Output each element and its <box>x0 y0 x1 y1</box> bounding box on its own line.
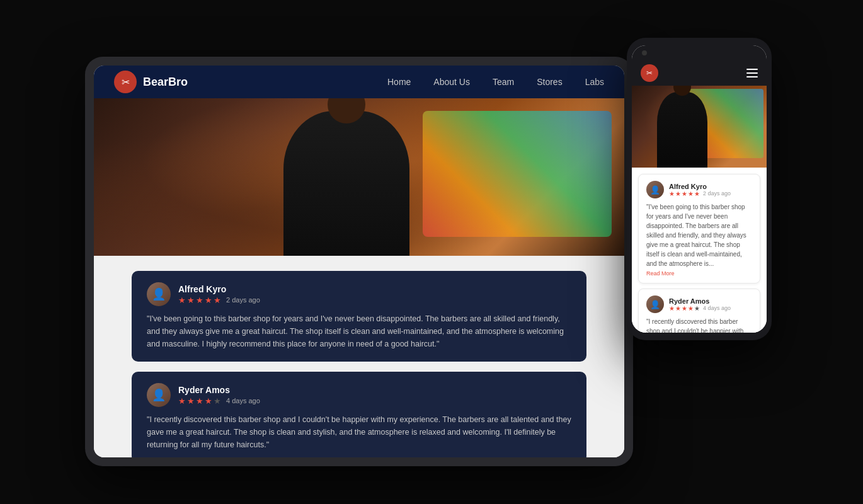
phone-reviewer-name-2: Ryder Amos <box>669 297 731 305</box>
brand-name: BearBro <box>143 76 188 89</box>
brand-logo-group: ✂ BearBro <box>114 71 188 93</box>
tablet-reviews-section: 👤 Alfred Kyro ★ ★ ★ ★ ★ <box>94 256 624 457</box>
nav-links: Home About Us Team Stores Labs <box>387 76 604 88</box>
review-time-1: 2 days ago <box>226 296 260 304</box>
hamburger-line-3 <box>746 76 758 77</box>
star-1-4: ★ <box>205 295 212 305</box>
nav-item-about[interactable]: About Us <box>433 76 470 88</box>
hamburger-line-2 <box>746 72 758 74</box>
phone-device: ✂ 👤 <box>627 38 772 340</box>
phone-star-1-5: ★ <box>694 190 700 197</box>
hamburger-menu[interactable] <box>746 69 758 77</box>
phone-review-text-1: "I've been going to this barber shop for… <box>646 202 752 268</box>
review-card-1: 👤 Alfred Kyro ★ ★ ★ ★ ★ <box>132 271 586 362</box>
brand-logo-icon: ✂ <box>114 71 137 93</box>
phone-star-1-3: ★ <box>682 190 687 197</box>
phone-screen: ✂ 👤 <box>632 45 767 333</box>
hamburger-line-1 <box>746 69 758 70</box>
scene: ✂ BearBro Home About Us Team Stores Labs <box>54 25 809 479</box>
star-2-1: ★ <box>178 396 186 406</box>
star-2-2: ★ <box>187 396 195 406</box>
barber-silhouette <box>233 105 485 256</box>
phone-dot <box>642 50 647 55</box>
nav-item-stores[interactable]: Stores <box>537 76 562 88</box>
star-1-2: ★ <box>187 295 195 305</box>
phone-status-bar <box>632 45 767 60</box>
phone-hero-image <box>632 86 767 168</box>
nav-item-team[interactable]: Team <box>493 76 514 88</box>
phone-scissors-icon: ✂ <box>646 69 653 77</box>
star-1-5: ★ <box>214 295 221 305</box>
read-more-1[interactable]: Read More <box>646 270 752 277</box>
tablet-hero-image <box>94 98 624 256</box>
phone-reviewer-header-2: 👤 Ryder Amos ★ ★ ★ ★ ★ <box>646 295 752 313</box>
tablet-device: ✂ BearBro Home About Us Team Stores Labs <box>85 57 633 466</box>
phone-reviewer-meta-1: ★ ★ ★ ★ ★ 2 days ago <box>669 190 731 197</box>
review-text-2: "I recently discovered this barber shop … <box>147 413 571 451</box>
phone-stars-2: ★ ★ ★ ★ ★ <box>669 305 700 312</box>
nav-item-home[interactable]: Home <box>387 76 411 88</box>
phone-reviewer-meta-2: ★ ★ ★ ★ ★ 4 days ago <box>669 305 731 312</box>
reviewer-info-1: Alfred Kyro ★ ★ ★ ★ ★ 2 days ago <box>178 284 571 305</box>
reviewer-header-1: 👤 Alfred Kyro ★ ★ ★ ★ ★ <box>147 282 571 306</box>
reviewer-meta-2: ★ ★ ★ ★ ★ 4 days ago <box>178 396 571 406</box>
reviewer-name-2: Ryder Amos <box>178 385 571 395</box>
phone-star-1-4: ★ <box>688 190 694 197</box>
tablet-navbar: ✂ BearBro Home About Us Team Stores Labs <box>94 66 624 98</box>
phone-barber-silhouette <box>657 92 707 168</box>
review-card-2: 👤 Ryder Amos ★ ★ ★ ★ ★ <box>132 372 586 457</box>
reviewer-avatar-1: 👤 <box>147 282 171 306</box>
review-text-1: "I've been going to this barber shop for… <box>147 312 571 350</box>
phone-star-2-5: ★ <box>694 305 700 312</box>
star-2-4: ★ <box>205 396 212 406</box>
phone-reviewer-info-1: Alfred Kyro ★ ★ ★ ★ ★ 2 days ago <box>669 183 731 197</box>
phone-review-card-2: 👤 Ryder Amos ★ ★ ★ ★ ★ <box>638 289 760 333</box>
star-1-1: ★ <box>178 295 186 305</box>
phone-review-text-2: "I recently discovered this barber shop … <box>646 317 752 333</box>
phone-reviewer-avatar-2: 👤 <box>646 295 664 313</box>
phone-reviewer-avatar-1: 👤 <box>646 181 664 198</box>
star-2-3: ★ <box>196 396 203 406</box>
phone-star-1-1: ★ <box>669 190 675 197</box>
phone-review-time-1: 2 days ago <box>703 190 731 197</box>
reviewer-info-2: Ryder Amos ★ ★ ★ ★ ★ 4 days ago <box>178 385 571 406</box>
phone-stars-1: ★ ★ ★ ★ ★ <box>669 190 700 197</box>
star-2-5: ★ <box>214 396 221 406</box>
phone-star-2-3: ★ <box>682 305 687 312</box>
reviewer-name-1: Alfred Kyro <box>178 284 571 294</box>
phone-star-2-2: ★ <box>675 305 681 312</box>
reviewer-avatar-2: 👤 <box>147 383 171 407</box>
reviewer-meta-1: ★ ★ ★ ★ ★ 2 days ago <box>178 295 571 305</box>
nav-item-labs[interactable]: Labs <box>585 76 604 88</box>
phone-star-2-1: ★ <box>669 305 675 312</box>
stars-1: ★ ★ ★ ★ ★ <box>178 295 221 305</box>
phone-star-2-4: ★ <box>688 305 694 312</box>
review-time-2: 4 days ago <box>226 397 260 404</box>
stars-2: ★ ★ ★ ★ ★ <box>178 396 221 406</box>
phone-reviews-section: 👤 Alfred Kyro ★ ★ ★ ★ ★ <box>632 168 767 333</box>
phone-brand-logo: ✂ <box>641 64 658 82</box>
phone-reviewer-info-2: Ryder Amos ★ ★ ★ ★ ★ 4 days ago <box>669 297 731 312</box>
barber-person <box>283 111 409 256</box>
phone-star-1-2: ★ <box>675 190 681 197</box>
phone-review-time-2: 4 days ago <box>703 305 731 311</box>
phone-navbar: ✂ <box>632 60 767 86</box>
star-1-3: ★ <box>196 295 203 305</box>
tablet-screen: ✂ BearBro Home About Us Team Stores Labs <box>94 66 624 457</box>
reviewer-header-2: 👤 Ryder Amos ★ ★ ★ ★ ★ <box>147 383 571 407</box>
phone-reviewer-name-1: Alfred Kyro <box>669 183 731 190</box>
scissors-icon: ✂ <box>122 76 130 88</box>
phone-review-card-1: 👤 Alfred Kyro ★ ★ ★ ★ ★ <box>638 174 760 284</box>
phone-reviewer-header-1: 👤 Alfred Kyro ★ ★ ★ ★ ★ <box>646 181 752 198</box>
